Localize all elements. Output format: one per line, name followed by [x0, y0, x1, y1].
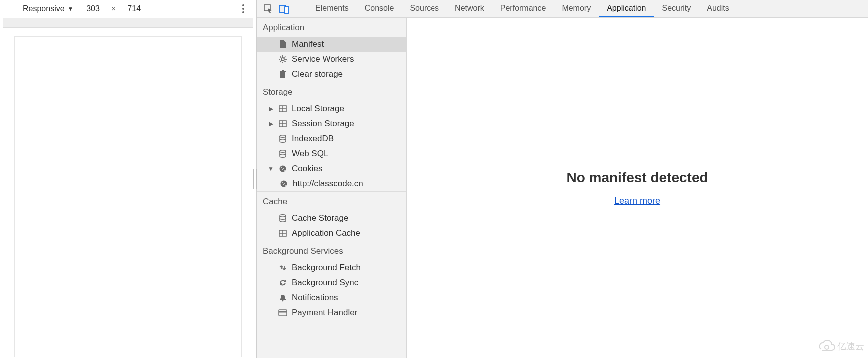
item-label: Service Workers [292, 54, 354, 64]
sidebar-item-service-workers[interactable]: ▶ Service Workers [257, 52, 406, 67]
sidebar-item-cookies-origin[interactable]: http://classcode.cn [257, 176, 406, 191]
sidebar-item-indexeddb[interactable]: ▶ IndexedDB [257, 131, 406, 146]
sidebar-item-background-fetch[interactable]: ▶ Background Fetch [257, 260, 406, 275]
item-label: Cache Storage [292, 213, 348, 223]
svg-rect-14 [282, 70, 284, 71]
content-heading: No manifest detected [566, 170, 708, 186]
item-label: Application Cache [292, 228, 360, 238]
tab-label: Network [455, 4, 484, 13]
item-label: Cookies [292, 164, 322, 174]
svg-rect-2 [285, 7, 289, 13]
sidebar-item-application-cache[interactable]: ▶ Application Cache [257, 226, 406, 241]
tab-audits[interactable]: Audits [699, 0, 737, 17]
sidebar-item-payment-handler[interactable]: ▶ Payment Handler [257, 305, 406, 320]
watermark-logo: 亿速云 [816, 337, 864, 354]
application-sidebar: Application ▶ Manifest ▶ Service Workers [257, 18, 407, 358]
sync-icon [278, 279, 288, 287]
sidebar-item-cache-storage[interactable]: ▶ Cache Storage [257, 211, 406, 226]
arrow-down-icon: ▼ [268, 165, 274, 172]
item-label: Clear storage [292, 69, 343, 79]
tab-label: Performance [500, 4, 546, 13]
svg-point-24 [281, 167, 282, 168]
kebab-menu-icon[interactable] [238, 4, 248, 14]
device-mode-label: Responsive [23, 4, 65, 13]
svg-point-26 [282, 169, 283, 170]
tab-memory[interactable]: Memory [554, 0, 599, 17]
inspect-element-icon[interactable] [263, 3, 274, 14]
svg-line-11 [284, 57, 285, 58]
table-icon [278, 120, 288, 127]
svg-point-23 [280, 166, 286, 172]
tab-performance[interactable]: Performance [492, 0, 554, 17]
tab-security[interactable]: Security [654, 0, 699, 17]
group-title: Background Services [257, 241, 406, 260]
pane-splitter-icon[interactable] [256, 164, 257, 194]
svg-point-37 [282, 300, 284, 302]
document-icon [278, 40, 288, 49]
svg-point-40 [825, 345, 829, 349]
tab-label: Sources [410, 4, 439, 13]
svg-line-8 [280, 57, 281, 58]
svg-point-25 [283, 168, 284, 169]
device-mode-dropdown[interactable]: Responsive ▼ [21, 3, 76, 14]
tab-label: Memory [562, 4, 591, 13]
group-title: Storage [257, 82, 406, 101]
item-label: Payment Handler [292, 308, 357, 318]
item-label: Notifications [292, 293, 338, 303]
item-label: http://classcode.cn [293, 179, 363, 189]
dimension-x-icon: × [111, 5, 117, 13]
trash-icon [278, 70, 288, 79]
device-width-input[interactable] [80, 3, 107, 15]
svg-point-22 [280, 150, 286, 152]
gear-icon [278, 55, 288, 64]
svg-point-31 [283, 184, 284, 185]
devtools-tab-bar: Elements Console Sources Network Perform… [257, 0, 868, 18]
table-icon [278, 105, 288, 112]
sidebar-group-background-services: Background Services ▶ Background Fetch ▶… [257, 241, 406, 320]
database-icon [278, 135, 288, 143]
device-frame[interactable] [15, 37, 241, 357]
sidebar-item-session-storage[interactable]: ▶ Session Storage [257, 116, 406, 131]
sidebar-item-web-sql[interactable]: ▶ Web SQL [257, 146, 406, 161]
tab-label: Audits [707, 4, 729, 13]
tab-label: Security [662, 4, 691, 13]
arrow-right-icon: ▶ [268, 105, 274, 112]
learn-more-link[interactable]: Learn more [614, 196, 660, 206]
cookie-icon [278, 165, 288, 173]
tab-label: Elements [315, 4, 349, 13]
sidebar-item-notifications[interactable]: ▶ Notifications [257, 290, 406, 305]
device-ruler[interactable] [3, 18, 253, 28]
svg-point-3 [281, 58, 284, 61]
device-toolbar: Responsive ▼ × [0, 0, 256, 18]
tab-sources[interactable]: Sources [402, 0, 447, 17]
toggle-device-toolbar-icon[interactable] [279, 3, 290, 14]
item-label: Background Fetch [292, 263, 361, 273]
application-content: No manifest detected Learn more 亿速云 [407, 18, 868, 358]
item-label: Session Storage [292, 119, 354, 129]
database-icon [278, 150, 288, 158]
svg-rect-39 [279, 311, 287, 313]
tab-network[interactable]: Network [447, 0, 492, 17]
item-label: Manifest [292, 39, 324, 49]
sidebar-item-local-storage[interactable]: ▶ Local Storage [257, 101, 406, 116]
svg-line-9 [284, 61, 285, 62]
sidebar-item-clear-storage[interactable]: ▶ Clear storage [257, 67, 406, 82]
sidebar-item-background-sync[interactable]: ▶ Background Sync [257, 275, 406, 290]
sidebar-item-cookies[interactable]: ▼ Cookies [257, 161, 406, 176]
svg-point-32 [285, 185, 286, 186]
svg-point-27 [284, 170, 285, 171]
tab-console[interactable]: Console [357, 0, 402, 17]
sidebar-group-cache: Cache ▶ Cache Storage ▶ Application Cach… [257, 192, 406, 241]
sidebar-item-manifest[interactable]: ▶ Manifest [257, 37, 406, 52]
tab-application[interactable]: Application [599, 0, 654, 17]
group-title: Cache [257, 192, 406, 211]
item-label: Background Sync [292, 278, 358, 288]
card-icon [278, 309, 288, 316]
watermark-text: 亿速云 [837, 341, 864, 351]
item-label: IndexedDB [292, 134, 334, 144]
svg-point-29 [282, 182, 283, 183]
tab-label: Console [365, 4, 394, 13]
tab-elements[interactable]: Elements [307, 0, 357, 17]
device-height-input[interactable] [121, 3, 148, 15]
svg-rect-38 [279, 310, 287, 316]
